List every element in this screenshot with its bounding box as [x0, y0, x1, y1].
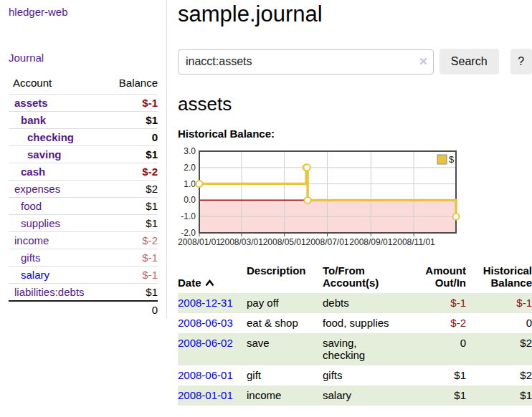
svg-text:2008/07/01: 2008/07/01 — [305, 237, 348, 247]
transaction-accounts: salary — [323, 385, 416, 406]
account-balance: $1 — [103, 146, 158, 163]
transaction-amount: 0 — [416, 333, 466, 365]
account-balance: $-2 — [103, 163, 158, 181]
accounts-header-account: Account — [9, 74, 103, 95]
register-header-amount: Amount Out/In — [416, 263, 466, 293]
transaction-balance: $2 — [466, 365, 532, 385]
transaction-date-link[interactable]: 2008-01-01 — [178, 389, 233, 401]
account-balance: $-1 — [103, 267, 158, 284]
accounts-total: 0 — [103, 301, 158, 318]
account-row: food $1 — [9, 198, 158, 215]
accounts-table: Account Balance assets $-1 bank $1 check… — [9, 74, 158, 318]
account-link-checking[interactable]: checking — [27, 131, 74, 143]
register-row: 2008-01-01 income salary $1 $1 — [178, 385, 532, 406]
transaction-balance: 0 — [466, 313, 532, 333]
transaction-amount: $1 — [416, 385, 466, 406]
svg-text:2008/09/01: 2008/09/01 — [349, 237, 392, 247]
register-table: Date Description To/From Account(s) Amou… — [178, 263, 532, 406]
transaction-description: income — [247, 385, 323, 406]
sidebar: hledger-web Journal Account Balance asse… — [0, 0, 167, 319]
account-balance: $-2 — [103, 232, 158, 249]
account-balance: $1 — [103, 198, 158, 215]
register-row: 2008-06-02 save saving, checking 0 $2 — [178, 333, 532, 365]
transaction-accounts: gifts — [323, 365, 416, 385]
svg-text:2008/05/01: 2008/05/01 — [263, 237, 306, 247]
account-link-supplies[interactable]: supplies — [21, 217, 60, 229]
register-header-balance: Historical Balance — [466, 263, 532, 293]
page-title: sample.journal — [178, 0, 532, 27]
transaction-description: save — [247, 333, 323, 365]
account-link-salary[interactable]: salary — [21, 269, 49, 281]
register-row: 2008-06-01 gift gifts $1 $2 — [178, 365, 532, 385]
account-balance: $1 — [103, 215, 158, 232]
transaction-accounts: saving, checking — [323, 333, 416, 365]
svg-text:-2.0: -2.0 — [181, 228, 196, 238]
account-link-liabilities-debts[interactable]: liabilities:debts — [14, 286, 85, 298]
account-link-cash[interactable]: cash — [21, 166, 45, 178]
register-row: 2008-12-31 pay off debts $-1 $-1 — [178, 293, 532, 313]
account-row: bank $1 — [9, 112, 158, 129]
account-link-saving[interactable]: saving — [27, 148, 62, 160]
transaction-description: eat & shop — [247, 313, 323, 333]
account-row: cash $-2 — [9, 163, 158, 181]
account-link-income[interactable]: income — [14, 234, 49, 246]
account-row: gifts $-1 — [9, 249, 158, 267]
transaction-date-link[interactable]: 2008-06-03 — [178, 317, 233, 329]
account-row: expenses $2 — [9, 181, 158, 198]
account-link-bank[interactable]: bank — [21, 114, 46, 126]
transaction-amount: $-2 — [416, 313, 466, 333]
search-button[interactable]: Search — [440, 49, 499, 75]
account-link-food[interactable]: food — [21, 200, 42, 212]
svg-text:2008/11/01: 2008/11/01 — [393, 237, 435, 247]
transaction-accounts: debts — [323, 293, 416, 313]
account-balance: $2 — [103, 181, 158, 198]
account-row: income $-2 — [9, 232, 158, 249]
transaction-amount: $-1 — [416, 293, 466, 313]
clear-search-icon[interactable]: ✕ — [419, 55, 428, 68]
account-link-expenses[interactable]: expenses — [14, 183, 60, 195]
svg-text:2008/03/01: 2008/03/01 — [220, 237, 263, 247]
account-row: checking 0 — [9, 129, 158, 146]
accounts-header-balance: Balance — [103, 74, 158, 95]
account-balance: $1 — [103, 284, 158, 302]
svg-text:0.0: 0.0 — [184, 195, 196, 205]
help-button[interactable]: ? — [510, 49, 532, 75]
sort-ascending-icon — [205, 277, 214, 289]
account-heading: assets — [178, 93, 532, 115]
register-header-description: Description — [247, 263, 323, 293]
svg-text:$: $ — [449, 154, 455, 165]
account-row: assets $-1 — [9, 95, 158, 112]
transaction-accounts: food, supplies — [323, 313, 416, 333]
account-row: supplies $1 — [9, 215, 158, 232]
account-balance: $1 — [103, 112, 158, 129]
svg-text:3.0: 3.0 — [184, 147, 196, 156]
transaction-balance: $-1 — [466, 293, 532, 313]
svg-text:-1.0: -1.0 — [181, 211, 196, 221]
transaction-amount: $1 — [416, 365, 466, 385]
transaction-description: gift — [247, 365, 323, 385]
historical-balance-chart: 3.02.01.00.0-1.0-2.02008/01/012008/03/01… — [178, 147, 460, 249]
account-row: liabilities:debts $1 — [9, 284, 158, 302]
register-header-date[interactable]: Date — [178, 263, 247, 293]
transaction-date-link[interactable]: 2008-06-02 — [178, 337, 233, 349]
transaction-date-link[interactable]: 2008-12-31 — [178, 297, 233, 309]
transaction-description: pay off — [247, 293, 323, 313]
account-link-gifts[interactable]: gifts — [21, 251, 41, 264]
register-row: 2008-06-03 eat & shop food, supplies $-2… — [178, 313, 532, 333]
account-link-assets[interactable]: assets — [14, 97, 48, 109]
sidebar-item-journal[interactable]: Journal — [9, 52, 158, 64]
main-content: sample.journal ✕ Search ? assets Histori… — [178, 0, 532, 406]
svg-text:1.0: 1.0 — [184, 179, 196, 189]
account-row: salary $-1 — [9, 267, 158, 284]
search-input[interactable] — [178, 49, 434, 75]
transaction-date-link[interactable]: 2008-06-01 — [178, 369, 233, 381]
register-header-accounts: To/From Account(s) — [323, 263, 416, 293]
svg-text:2.0: 2.0 — [184, 163, 196, 173]
account-balance: 0 — [103, 129, 158, 146]
register-header-row: Date Description To/From Account(s) Amou… — [178, 263, 532, 293]
search-form: ✕ Search ? — [178, 49, 532, 75]
app-brand-link[interactable]: hledger-web — [9, 6, 158, 18]
account-balance: $-1 — [103, 95, 158, 112]
transaction-balance: $1 — [466, 385, 532, 406]
account-balance: $-1 — [103, 249, 158, 267]
